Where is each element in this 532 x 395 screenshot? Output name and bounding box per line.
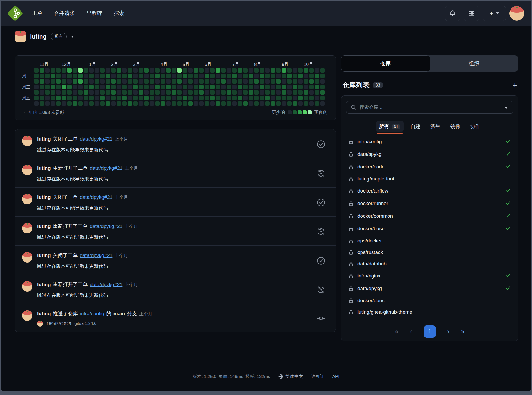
heatmap-cell[interactable] <box>56 90 61 95</box>
heatmap-cell[interactable] <box>95 79 99 84</box>
repo-row[interactable]: docker/base <box>341 222 518 235</box>
heatmap-cell[interactable] <box>254 68 259 73</box>
heatmap-cell[interactable] <box>84 68 88 73</box>
heatmap-cell[interactable] <box>62 79 66 84</box>
heatmap-cell[interactable] <box>249 74 253 78</box>
heatmap-cell[interactable] <box>84 79 88 84</box>
heatmap-cell[interactable] <box>166 101 171 106</box>
heatmap-cell[interactable] <box>271 101 275 106</box>
heatmap-cell[interactable] <box>188 68 193 73</box>
heatmap-cell[interactable] <box>309 79 314 84</box>
heatmap-cell[interactable] <box>287 96 292 100</box>
heatmap-cell[interactable] <box>243 101 248 106</box>
heatmap-cell[interactable] <box>188 85 193 89</box>
heatmap-cell[interactable] <box>62 96 66 100</box>
heatmap-cell[interactable] <box>315 74 319 78</box>
heatmap-cell[interactable] <box>106 79 110 84</box>
heatmap-cell[interactable] <box>320 74 325 78</box>
heatmap-cell[interactable] <box>62 101 66 106</box>
heatmap-cell[interactable] <box>150 68 154 73</box>
heatmap-cell[interactable] <box>205 68 209 73</box>
heatmap-cell[interactable] <box>232 79 237 84</box>
heatmap-cell[interactable] <box>265 96 270 100</box>
heatmap-cell[interactable] <box>111 79 116 84</box>
heatmap-cell[interactable] <box>271 96 275 100</box>
heatmap-cell[interactable] <box>172 101 176 106</box>
repo-row[interactable]: docker/common <box>341 210 518 222</box>
heatmap-cell[interactable] <box>221 96 226 100</box>
heatmap-cell[interactable] <box>51 85 55 89</box>
heatmap-cell[interactable] <box>232 68 237 73</box>
heatmap-cell[interactable] <box>56 101 61 106</box>
heatmap-cell[interactable] <box>271 68 275 73</box>
heatmap-cell[interactable] <box>144 85 149 89</box>
heatmap-cell[interactable] <box>293 85 297 89</box>
heatmap-cell[interactable] <box>188 79 193 84</box>
heatmap-cell[interactable] <box>51 101 55 106</box>
heatmap-cell[interactable] <box>282 74 286 78</box>
heatmap-cell[interactable] <box>73 96 77 100</box>
heatmap-cell[interactable] <box>265 79 270 84</box>
heatmap-cell[interactable] <box>40 74 44 78</box>
heatmap-cell[interactable] <box>51 79 55 84</box>
heatmap-cell[interactable] <box>293 90 297 95</box>
heatmap-cell[interactable] <box>155 79 160 84</box>
heatmap-cell[interactable] <box>243 68 248 73</box>
heatmap-cell[interactable] <box>265 74 270 78</box>
heatmap-cell[interactable] <box>199 85 204 89</box>
heatmap-cell[interactable] <box>67 101 72 106</box>
heatmap-cell[interactable] <box>78 68 83 73</box>
heatmap-cell[interactable] <box>89 79 94 84</box>
heatmap-cell[interactable] <box>122 68 127 73</box>
heatmap-cell[interactable] <box>320 79 325 84</box>
heatmap-cell[interactable] <box>67 68 72 73</box>
heatmap-cell[interactable] <box>155 85 160 89</box>
heatmap-cell[interactable] <box>249 90 253 95</box>
heatmap-cell[interactable] <box>155 74 160 78</box>
heatmap-cell[interactable] <box>45 96 50 100</box>
heatmap-cell[interactable] <box>232 90 237 95</box>
heatmap-cell[interactable] <box>260 96 264 100</box>
heatmap-cell[interactable] <box>117 96 121 100</box>
heatmap-cell[interactable] <box>84 74 88 78</box>
repo-row[interactable]: luting/gitea-github-theme <box>341 306 518 318</box>
feed-avatar[interactable] <box>22 194 32 204</box>
heatmap-cell[interactable] <box>271 85 275 89</box>
heatmap-cell[interactable] <box>177 68 182 73</box>
heatmap-cell[interactable] <box>144 101 149 106</box>
heatmap-cell[interactable] <box>260 85 264 89</box>
heatmap-cell[interactable] <box>282 79 286 84</box>
heatmap-cell[interactable] <box>205 85 209 89</box>
heatmap-cell[interactable] <box>188 74 193 78</box>
heatmap-cell[interactable] <box>205 79 209 84</box>
repo-filter-tab[interactable]: 所有31 <box>379 120 401 134</box>
heatmap-cell[interactable] <box>205 96 209 100</box>
heatmap-cell[interactable] <box>293 101 297 106</box>
heatmap-cell[interactable] <box>150 79 154 84</box>
heatmap-cell[interactable] <box>249 79 253 84</box>
footer-api-link[interactable]: API <box>332 374 339 379</box>
heatmap-cell[interactable] <box>315 68 319 73</box>
heatmap-cell[interactable] <box>232 96 237 100</box>
heatmap-cell[interactable] <box>177 96 182 100</box>
heatmap-cell[interactable] <box>315 85 319 89</box>
heatmap-cell[interactable] <box>89 85 94 89</box>
heatmap-cell[interactable] <box>56 74 61 78</box>
heatmap-cell[interactable] <box>106 85 110 89</box>
heatmap-cell[interactable] <box>155 96 160 100</box>
heatmap-cell[interactable] <box>309 85 314 89</box>
heatmap-cell[interactable] <box>177 74 182 78</box>
heatmap-cell[interactable] <box>216 96 220 100</box>
heatmap-cell[interactable] <box>271 79 275 84</box>
heatmap-cell[interactable] <box>40 68 44 73</box>
heatmap-cell[interactable] <box>210 101 215 106</box>
feed-target-link[interactable]: data/dpykg#21 <box>80 253 113 258</box>
heatmap-cell[interactable] <box>172 85 176 89</box>
heatmap-cell[interactable] <box>34 90 39 95</box>
heatmap-cell[interactable] <box>194 101 198 106</box>
heatmap-cell[interactable] <box>194 90 198 95</box>
heatmap-cell[interactable] <box>45 101 50 106</box>
heatmap-cell[interactable] <box>210 68 215 73</box>
heatmap-cell[interactable] <box>144 90 149 95</box>
heatmap-cell[interactable] <box>56 68 61 73</box>
